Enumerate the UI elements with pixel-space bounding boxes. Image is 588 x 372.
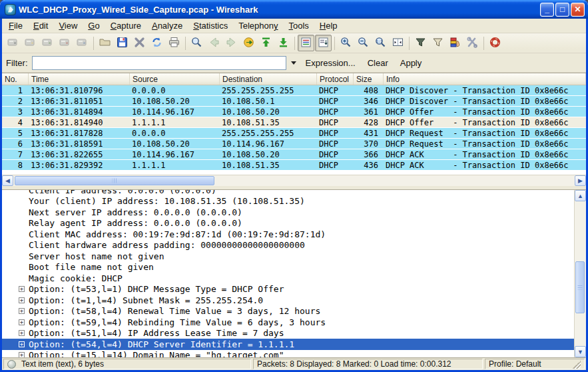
zoom-in-button[interactable] xyxy=(338,35,354,51)
svg-text:1:1: 1:1 xyxy=(376,39,383,43)
packet-row-8[interactable]: 813:06:31.8293921.1.1.110.108.51.35DHCP4… xyxy=(2,160,586,171)
zoom-100-button[interactable]: 1:1 xyxy=(372,35,389,51)
go-forward-button[interactable] xyxy=(223,35,240,51)
zoom-out-button[interactable] xyxy=(355,35,372,51)
filter-dropdown-button[interactable] xyxy=(288,57,300,69)
expression-button[interactable]: Expression... xyxy=(300,56,362,70)
expander-plus-icon[interactable]: + xyxy=(19,308,25,314)
scroll-up-icon[interactable]: ▲ xyxy=(575,190,586,201)
detail-line[interactable]: Client hardware address padding: 0000000… xyxy=(2,240,574,251)
column-header-info[interactable]: Info xyxy=(384,73,586,85)
menu-edit[interactable]: Edit xyxy=(28,19,53,32)
help-button[interactable] xyxy=(487,35,503,51)
minimize-button[interactable]: _ xyxy=(540,3,554,17)
detail-line[interactable]: Magic cookie: DHCP xyxy=(2,273,574,284)
packet-cell: 6 xyxy=(2,139,29,149)
detail-line[interactable]: +Option: (t=1,l=4) Subnet Mask = 255.255… xyxy=(2,295,574,306)
capture-interfaces-button[interactable] xyxy=(5,35,21,51)
file-save-button[interactable] xyxy=(114,35,131,51)
packet-row-6[interactable]: 613:06:31.81859110.108.50.2010.114.96.16… xyxy=(2,139,586,149)
expander-plus-icon[interactable]: + xyxy=(19,319,25,325)
menu-telephony[interactable]: Telephony xyxy=(233,19,283,32)
clear-button[interactable]: Clear xyxy=(362,56,394,70)
detail-line[interactable]: Client IP address: 0.0.0.0 (0.0.0.0) xyxy=(2,190,574,196)
menu-statistics[interactable]: Statistics xyxy=(188,19,233,32)
column-header-source[interactable]: Source xyxy=(130,73,220,85)
resize-grip[interactable] xyxy=(573,361,581,369)
preferences-button[interactable] xyxy=(464,35,481,51)
autoscroll-toggle-button[interactable] xyxy=(315,35,332,51)
expander-plus-icon[interactable]: + xyxy=(19,341,25,347)
vertical-scroll-track[interactable] xyxy=(575,201,586,346)
go-back-button[interactable] xyxy=(206,35,222,51)
menu-help[interactable]: Help xyxy=(314,19,343,32)
packet-row-3[interactable]: 313:06:31.81489410.114.96.16710.108.50.2… xyxy=(2,107,586,117)
reload-button[interactable] xyxy=(148,35,165,51)
packet-row-4[interactable]: 413:06:31.8149401.1.1.110.108.51.35DHCP4… xyxy=(2,117,586,128)
menu-analyze[interactable]: Analyze xyxy=(147,19,188,32)
find-button[interactable] xyxy=(188,35,205,51)
file-close-button[interactable] xyxy=(131,35,148,51)
go-bottom-button[interactable] xyxy=(275,35,292,51)
expander-plus-icon[interactable]: + xyxy=(19,352,25,357)
vertical-scroll-thumb[interactable] xyxy=(575,261,585,313)
capture-filter-button[interactable] xyxy=(412,35,429,51)
detail-line[interactable]: +Option: (t=58,l=4) Renewal Time Value =… xyxy=(2,306,574,317)
menu-view[interactable]: View xyxy=(53,19,83,32)
detail-line[interactable]: +Option: (t=53,l=1) DHCP Message Type = … xyxy=(2,284,574,295)
column-header-destination[interactable]: Destination xyxy=(220,73,317,85)
detail-line[interactable]: Client MAC address: 00:19:7e:9d:87:1d (0… xyxy=(2,229,574,240)
filter-input[interactable] xyxy=(32,56,286,70)
column-header-no[interactable]: No. xyxy=(2,73,29,85)
expander-plus-icon[interactable]: + xyxy=(19,286,25,292)
column-header-size[interactable]: Size xyxy=(354,73,384,85)
capture-start-button[interactable] xyxy=(39,35,56,51)
go-to-packet-button[interactable] xyxy=(240,35,257,51)
packet-row-5[interactable]: 513:06:31.8178280.0.0.0255.255.255.255DH… xyxy=(2,128,586,139)
horizontal-scrollbar[interactable]: ◀ ▶ xyxy=(2,175,586,186)
go-top-button[interactable] xyxy=(258,35,274,51)
close-button[interactable]: ✕ xyxy=(571,3,585,17)
horizontal-scroll-thumb[interactable] xyxy=(15,176,214,185)
detail-line[interactable]: +Option: (t=15,l=14) Domain Name = "hq.t… xyxy=(2,350,574,358)
detail-line[interactable]: Boot file name not given xyxy=(2,262,574,273)
detail-line[interactable]: Your (client) IP address: 10.108.51.35 (… xyxy=(2,196,574,207)
vertical-scrollbar[interactable]: ▲ ▼ xyxy=(574,190,586,357)
colorize-toggle-button[interactable] xyxy=(298,35,314,51)
expander-plus-icon[interactable]: + xyxy=(19,297,25,303)
maximize-button[interactable]: □ xyxy=(555,3,569,17)
detail-line[interactable]: +Option: (t=59,l=4) Rebinding Time Value… xyxy=(2,317,574,328)
detail-line[interactable]: +Option: (t=54,l=4) DHCP Server Identifi… xyxy=(2,339,574,350)
resize-columns-button[interactable] xyxy=(390,35,406,51)
detail-line-text: Relay agent IP address: 0.0.0.0 (0.0.0.0… xyxy=(29,218,242,228)
coloring-rules-button[interactable] xyxy=(447,35,463,51)
expander-plus-icon[interactable]: + xyxy=(19,330,25,336)
scroll-left-icon[interactable]: ◀ xyxy=(2,175,13,186)
packet-row-1[interactable]: 113:06:31.8107960.0.0.0255.255.255.255DH… xyxy=(2,85,586,96)
detail-line[interactable]: Relay agent IP address: 0.0.0.0 (0.0.0.0… xyxy=(2,218,574,229)
packet-row-2[interactable]: 213:06:31.81105110.108.50.2010.108.50.1D… xyxy=(2,96,586,107)
display-filter-button[interactable] xyxy=(430,35,446,51)
apply-button[interactable]: Apply xyxy=(394,56,428,70)
column-header-time[interactable]: Time xyxy=(29,73,130,85)
horizontal-scroll-track[interactable] xyxy=(13,175,575,186)
capture-stop-button[interactable] xyxy=(57,35,73,51)
print-button[interactable] xyxy=(166,35,182,51)
menu-capture[interactable]: Capture xyxy=(105,19,147,32)
capture-restart-button[interactable] xyxy=(74,35,91,51)
menu-tools[interactable]: Tools xyxy=(284,19,314,32)
detail-line[interactable]: +Option: (t=51,l=4) IP Address Lease Tim… xyxy=(2,328,574,339)
packet-row-7[interactable]: 713:06:31.82265510.114.96.16710.108.50.2… xyxy=(2,149,586,160)
column-header-protocol[interactable]: Protocol xyxy=(317,73,354,85)
capture-options-button[interactable] xyxy=(22,35,39,51)
expert-info-icon[interactable] xyxy=(7,360,16,369)
file-open-button[interactable] xyxy=(97,35,113,51)
wireshark-app-icon xyxy=(5,4,16,15)
detail-line-text: Option: (t=1,l=4) Subnet Mask = 255.255.… xyxy=(29,295,263,305)
menu-go[interactable]: Go xyxy=(83,19,105,32)
detail-line[interactable]: Next server IP address: 0.0.0.0 (0.0.0.0… xyxy=(2,207,574,218)
detail-line[interactable]: Server host name not given xyxy=(2,251,574,262)
menu-file[interactable]: File xyxy=(3,19,28,32)
scroll-down-icon[interactable]: ▼ xyxy=(575,346,586,357)
scroll-right-icon[interactable]: ▶ xyxy=(575,175,586,186)
